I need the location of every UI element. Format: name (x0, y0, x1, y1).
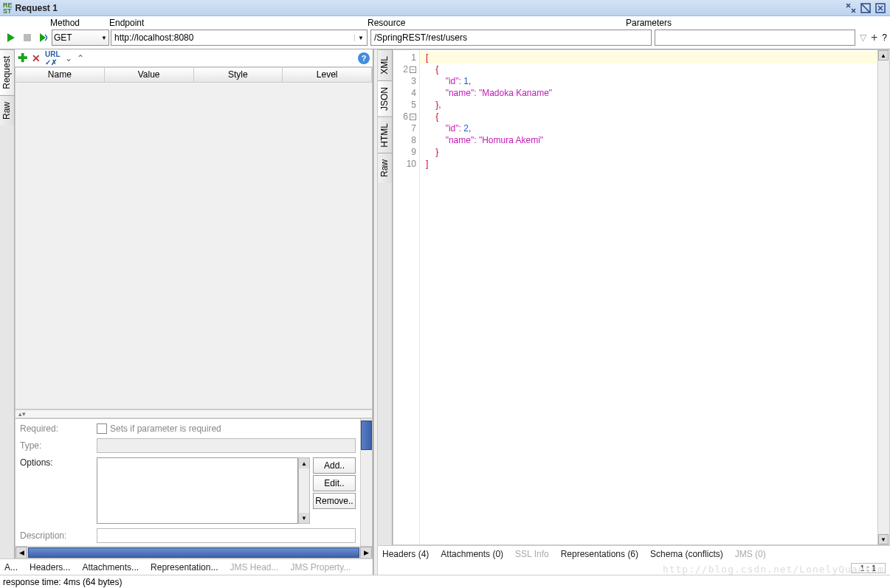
dropdown-arrow-icon: ▼ (101, 35, 107, 41)
endpoint-label: Endpoint (109, 18, 368, 28)
add-option-button[interactable]: Add.. (313, 457, 356, 474)
resource-input[interactable]: /SpringREST/rest/users (370, 30, 652, 46)
col-value: Value (105, 68, 194, 82)
controls-row: GET ▼ ▼ /SpringREST/rest/users ▽ + ? (0, 28, 890, 49)
endpoint-dropdown-icon[interactable]: ▼ (354, 35, 367, 41)
up-icon[interactable]: ⌃ (77, 53, 84, 63)
type-input[interactable] (97, 438, 356, 453)
rest-icon: REST (3, 2, 13, 14)
params-toolbar: ✚ ✕ URL✓✗ ⌄ ⌃ ? (15, 49, 373, 67)
url-style-icon[interactable]: URL✓✗ (45, 50, 61, 66)
col-name: Name (15, 68, 105, 82)
status-bar: response time: 4ms (64 bytes) (0, 575, 890, 588)
required-hint: Sets if parameter is required (110, 423, 221, 434)
resource-label: Resource (368, 18, 626, 28)
options-label: Options: (20, 457, 94, 468)
props-hscrollbar[interactable]: ◀▶ (15, 546, 372, 558)
response-body[interactable]: 1 2 − 3 4 5 6 − 7 8 9 10 [ { "id": 1, (393, 49, 890, 545)
options-list[interactable] (97, 457, 298, 524)
help-icon[interactable]: ? (882, 32, 887, 43)
parameters-label: Parameters (626, 18, 672, 28)
main-area: Request Raw ✚ ✕ URL✓✗ ⌄ ⌃ ? Name Value S… (0, 49, 890, 575)
run-step-button[interactable] (37, 31, 50, 44)
type-label: Type: (20, 440, 94, 451)
minimize-button[interactable] (844, 2, 858, 14)
resp-tab-schema[interactable]: Schema (conflicts) (650, 549, 723, 559)
tab-auth[interactable]: A... (4, 562, 18, 573)
svg-rect-3 (24, 34, 31, 41)
tab-request[interactable]: Request (0, 49, 14, 95)
tab-raw[interactable]: Raw (0, 95, 14, 125)
window-title: Request 1 (15, 3, 843, 13)
cursor-position: 1 : 1 (851, 563, 886, 573)
tab-html[interactable]: HTML (378, 117, 392, 153)
response-bottom-tabs: Headers (4) Attachments (0) SSL Info Rep… (378, 545, 890, 561)
required-label: Required: (20, 423, 94, 434)
tab-json[interactable]: JSON (378, 80, 392, 117)
method-select[interactable]: GET ▼ (52, 30, 109, 46)
parameters-input[interactable] (655, 30, 855, 46)
col-style: Style (194, 68, 283, 82)
props-scrollbar[interactable] (360, 419, 372, 546)
description-label: Description: (20, 530, 94, 541)
response-panel: XML JSON HTML Raw 1 2 − 3 4 5 6 − 7 8 9 … (378, 49, 890, 575)
close-button[interactable] (874, 2, 887, 14)
tab-jms-head: JMS Head... (230, 562, 278, 573)
resp-tab-headers[interactable]: Headers (4) (382, 549, 429, 559)
line-gutter: 1 2 − 3 4 5 6 − 7 8 9 10 (393, 50, 420, 544)
remove-param-button[interactable]: ✕ (32, 52, 41, 64)
tab-representation[interactable]: Representation... (151, 562, 218, 573)
description-input[interactable] (97, 528, 356, 543)
tab-headers[interactable]: Headers... (30, 562, 70, 573)
filter-icon[interactable]: ▽ (860, 32, 866, 43)
collapse-handle[interactable]: ▴▾ (15, 409, 373, 418)
status-text: response time: 4ms (64 bytes) (3, 577, 122, 587)
run-button[interactable] (4, 31, 18, 44)
resource-value: /SpringREST/rest/users (371, 32, 470, 43)
request-panel: Request Raw ✚ ✕ URL✓✗ ⌄ ⌃ ? Name Value S… (0, 49, 373, 575)
stop-button[interactable] (21, 31, 34, 44)
tab-attachments[interactable]: Attachments... (82, 562, 139, 573)
endpoint-input[interactable] (111, 30, 354, 45)
right-vertical-tabs: XML JSON HTML Raw (378, 49, 393, 545)
method-value: GET (54, 32, 72, 43)
response-info-bar: 1 : 1 (378, 561, 890, 575)
edit-option-button[interactable]: Edit.. (313, 475, 356, 491)
code-scrollbar[interactable]: ▲ ▼ (877, 50, 889, 544)
params-table[interactable]: Name Value Style Level (15, 67, 373, 409)
resp-tab-jms: JMS (0) (735, 549, 766, 559)
tab-jms-property: JMS Property... (291, 562, 351, 573)
params-table-header: Name Value Style Level (15, 68, 372, 83)
add-param-button[interactable]: ✚ (18, 51, 27, 65)
maximize-button[interactable] (859, 2, 872, 14)
svg-marker-4 (40, 33, 46, 42)
tab-xml[interactable]: XML (378, 49, 392, 80)
down-icon[interactable]: ⌄ (65, 53, 72, 63)
help-button[interactable]: ? (358, 52, 370, 64)
left-vertical-tabs: Request Raw (0, 49, 15, 558)
resp-tab-ssl: SSL Info (515, 549, 549, 559)
code-content: [ { "id": 1, "name": "Madoka Kaname" }, … (420, 50, 877, 544)
window-titlebar: REST Request 1 (0, 0, 890, 16)
endpoint-input-wrap: ▼ (111, 30, 368, 46)
method-label: Method (50, 18, 109, 28)
remove-option-button[interactable]: Remove.. (313, 493, 356, 509)
resp-tab-representations[interactable]: Representations (6) (561, 549, 638, 559)
required-checkbox[interactable] (97, 423, 107, 434)
resp-tab-attachments[interactable]: Attachments (0) (441, 549, 503, 559)
add-icon[interactable]: + (871, 31, 877, 44)
col-level: Level (283, 68, 372, 82)
svg-marker-2 (7, 33, 15, 42)
param-properties: Required: Sets if parameter is required … (15, 418, 373, 558)
header-labels: Method Endpoint Resource Parameters (0, 16, 890, 28)
tab-response-raw[interactable]: Raw (378, 153, 392, 183)
request-bottom-tabs: A... Headers... Attachments... Represent… (0, 558, 373, 575)
options-scrollbar[interactable]: ▲▼ (298, 457, 310, 524)
